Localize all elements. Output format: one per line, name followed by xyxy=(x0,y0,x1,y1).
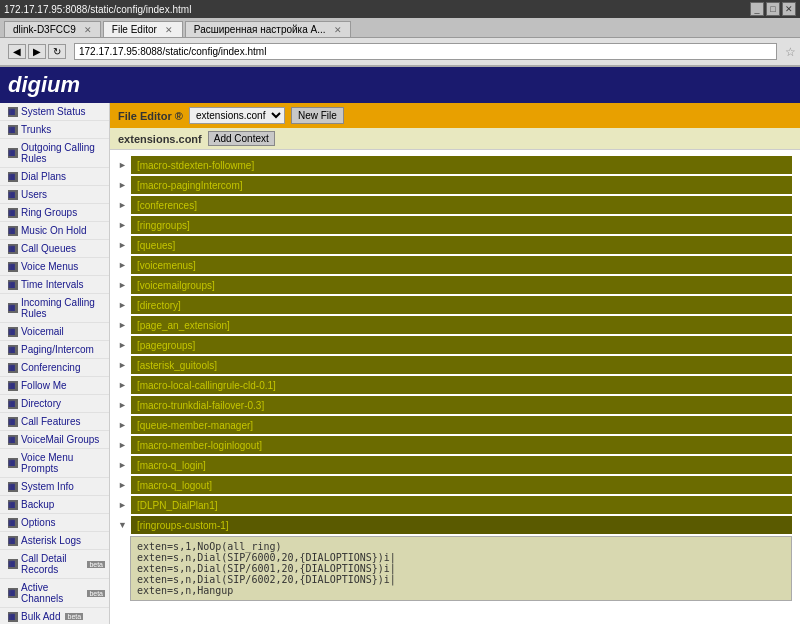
context-bar-16[interactable]: [macro-q_logout] xyxy=(131,476,792,494)
sidebar-item-voice-menu-prompts[interactable]: ▦ Voice Menu Prompts xyxy=(0,449,109,478)
title-bar: 172.17.17.95:8088/static/config/index.ht… xyxy=(0,0,800,18)
grid-icon-1: ▦ xyxy=(8,125,18,135)
sidebar-item-system-info[interactable]: ▦ System Info xyxy=(0,478,109,496)
context-bar-9[interactable]: [pagegroups] xyxy=(131,336,792,354)
sidebar-item-music-on-hold[interactable]: ▦ Music On Hold xyxy=(0,222,109,240)
context-toggle-0[interactable]: ► xyxy=(118,160,127,170)
close-btn[interactable]: ✕ xyxy=(782,2,796,16)
app-container: digium ▦ System Status ▦ Trunks ▦ Outgoi… xyxy=(0,67,800,624)
context-toggle-18[interactable]: ▼ xyxy=(118,520,127,530)
context-bar-0[interactable]: [macro-stdexten-followme] xyxy=(131,156,792,174)
context-toggle-6[interactable]: ► xyxy=(118,280,127,290)
context-row-0: ►[macro-stdexten-followme] xyxy=(118,156,792,174)
context-toggle-14[interactable]: ► xyxy=(118,440,127,450)
context-toggle-1[interactable]: ► xyxy=(118,180,127,190)
file-select[interactable]: extensions.conf sip.conf iax.conf xyxy=(189,107,285,124)
context-row-7: ►[directory] xyxy=(118,296,792,314)
context-toggle-5[interactable]: ► xyxy=(118,260,127,270)
context-bar-3[interactable]: [ringgroups] xyxy=(131,216,792,234)
sidebar-item-paging-intercom[interactable]: ▦ Paging/Intercom xyxy=(0,341,109,359)
header-bar: digium xyxy=(0,67,800,103)
context-bar-11[interactable]: [macro-local-callingrule-cld-0.1] xyxy=(131,376,792,394)
sidebar-item-users[interactable]: ▦ Users xyxy=(0,186,109,204)
sidebar-item-voice-menus[interactable]: ▦ Voice Menus xyxy=(0,258,109,276)
tab-2[interactable]: Расширенная настройка A... ✕ xyxy=(185,21,351,37)
context-bar-18[interactable]: [ringroups-custom-1] xyxy=(131,516,792,534)
sidebar-item-directory[interactable]: ▦ Directory xyxy=(0,395,109,413)
context-bar-13[interactable]: [queue-member-manager] xyxy=(131,416,792,434)
context-row-5: ►[voicemenus] xyxy=(118,256,792,274)
tab-1[interactable]: File Editor ✕ xyxy=(103,21,183,37)
context-bar-17[interactable]: [DLPN_DialPlan1] xyxy=(131,496,792,514)
back-button[interactable]: ◀ xyxy=(8,44,26,59)
add-context-button[interactable]: Add Context xyxy=(208,131,275,146)
context-bar-4[interactable]: [queues] xyxy=(131,236,792,254)
grid-icon-14: ▦ xyxy=(8,381,18,391)
context-toggle-11[interactable]: ► xyxy=(118,380,127,390)
context-bar-1[interactable]: [macro-pagingIntercom] xyxy=(131,176,792,194)
sidebar-item-backup[interactable]: ▦ Backup xyxy=(0,496,109,514)
context-toggle-7[interactable]: ► xyxy=(118,300,127,310)
sidebar-item-conferencing[interactable]: ▦ Conferencing xyxy=(0,359,109,377)
sidebar-item-call-detail-records[interactable]: ▦ Call Detail Records beta xyxy=(0,550,109,579)
context-toggle-16[interactable]: ► xyxy=(118,480,127,490)
maximize-btn[interactable]: □ xyxy=(766,2,780,16)
sidebar-label-2: Outgoing Calling Rules xyxy=(21,142,105,164)
context-toggle-12[interactable]: ► xyxy=(118,400,127,410)
sidebar-item-voicemail-groups[interactable]: ▦ VoiceMail Groups xyxy=(0,431,109,449)
context-toggle-17[interactable]: ► xyxy=(118,500,127,510)
sidebar-item-active-channels[interactable]: ▦ Active Channels beta xyxy=(0,579,109,608)
context-bar-7[interactable]: [directory] xyxy=(131,296,792,314)
context-toggle-3[interactable]: ► xyxy=(118,220,127,230)
context-toggle-8[interactable]: ► xyxy=(118,320,127,330)
star-icon[interactable]: ☆ xyxy=(785,45,796,59)
sidebar-item-asterisk-logs[interactable]: ▦ Asterisk Logs xyxy=(0,532,109,550)
grid-icon-19: ▦ xyxy=(8,482,18,492)
grid-icon-18: ▦ xyxy=(8,458,18,468)
forward-button[interactable]: ▶ xyxy=(28,44,46,59)
sidebar-label-23: Call Detail Records xyxy=(21,553,82,575)
sidebar-item-ring-groups[interactable]: ▦ Ring Groups xyxy=(0,204,109,222)
context-row-9: ►[pagegroups] xyxy=(118,336,792,354)
sidebar-item-dial-plans[interactable]: ▦ Dial Plans xyxy=(0,168,109,186)
context-bar-10[interactable]: [asterisk_guitools] xyxy=(131,356,792,374)
context-row-17: ►[DLPN_DialPlan1] xyxy=(118,496,792,514)
sidebar-label-0: System Status xyxy=(21,106,85,117)
sidebar-item-incoming-calling-rules[interactable]: ▦ Incoming Calling Rules xyxy=(0,294,109,323)
sidebar-item-follow-me[interactable]: ▦ Follow Me xyxy=(0,377,109,395)
tab-close-2[interactable]: ✕ xyxy=(334,25,342,35)
tab-label-2: Расширенная настройка A... xyxy=(194,24,326,35)
sidebar-item-voicemail[interactable]: ▦ Voicemail xyxy=(0,323,109,341)
content-area: ▦ System Status ▦ Trunks ▦ Outgoing Call… xyxy=(0,103,800,624)
context-toggle-4[interactable]: ► xyxy=(118,240,127,250)
context-toggle-10[interactable]: ► xyxy=(118,360,127,370)
context-toggle-13[interactable]: ► xyxy=(118,420,127,430)
sidebar-item-trunks[interactable]: ▦ Trunks xyxy=(0,121,109,139)
context-bar-15[interactable]: [macro-q_login] xyxy=(131,456,792,474)
context-bar-6[interactable]: [voicemailgroups] xyxy=(131,276,792,294)
tab-0[interactable]: dlink-D3FCC9 ✕ xyxy=(4,21,101,37)
context-row-12: ►[macro-trunkdial-failover-0.3] xyxy=(118,396,792,414)
address-bar[interactable]: 172.17.17.95:8088/static/config/index.ht… xyxy=(74,43,777,60)
sidebar-item-call-queues[interactable]: ▦ Call Queues xyxy=(0,240,109,258)
tab-close-1[interactable]: ✕ xyxy=(165,25,173,35)
sidebar-item-time-intervals[interactable]: ▦ Time Intervals xyxy=(0,276,109,294)
sidebar-item-system-status[interactable]: ▦ System Status xyxy=(0,103,109,121)
new-file-button[interactable]: New File xyxy=(291,107,344,124)
tab-close-0[interactable]: ✕ xyxy=(84,25,92,35)
sidebar-item-outgoing-calling-rules[interactable]: ▦ Outgoing Calling Rules xyxy=(0,139,109,168)
sidebar-item-options[interactable]: ▦ Options xyxy=(0,514,109,532)
context-toggle-15[interactable]: ► xyxy=(118,460,127,470)
minimize-btn[interactable]: _ xyxy=(750,2,764,16)
context-bar-12[interactable]: [macro-trunkdial-failover-0.3] xyxy=(131,396,792,414)
context-toggle-2[interactable]: ► xyxy=(118,200,127,210)
context-bar-5[interactable]: [voicemenus] xyxy=(131,256,792,274)
reload-button[interactable]: ↻ xyxy=(48,44,66,59)
context-row-3: ►[ringgroups] xyxy=(118,216,792,234)
sidebar-item-bulk-add[interactable]: ▦ Bulk Add beta xyxy=(0,608,109,624)
context-bar-8[interactable]: [page_an_extension] xyxy=(131,316,792,334)
context-bar-2[interactable]: [conferences] xyxy=(131,196,792,214)
sidebar-item-call-features[interactable]: ▦ Call Features xyxy=(0,413,109,431)
context-bar-14[interactable]: [macro-member-loginlogout] xyxy=(131,436,792,454)
context-toggle-9[interactable]: ► xyxy=(118,340,127,350)
